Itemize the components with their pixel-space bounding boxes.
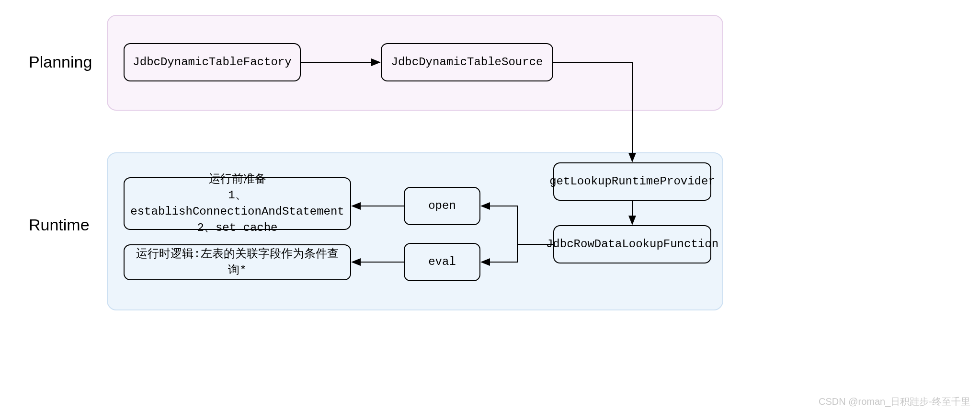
node-eval-desc: 运行时逻辑:左表的关联字段作为条件查询* — [124, 244, 351, 280]
node-factory: JdbcDynamicTableFactory — [124, 43, 301, 81]
node-lookup-fn-label: JdbcRowDataLookupFunction — [546, 236, 718, 252]
node-factory-label: JdbcDynamicTableFactory — [133, 54, 291, 70]
open-desc-line1: 运行前准备 — [209, 172, 266, 188]
node-source-label: JdbcDynamicTableSource — [391, 54, 543, 70]
node-lookup-fn: JdbcRowDataLookupFunction — [553, 225, 711, 263]
node-open: open — [404, 187, 480, 225]
open-desc-line2: 1、establishConnectionAndStatement — [130, 187, 344, 219]
runtime-label: Runtime — [29, 216, 90, 234]
node-eval: eval — [404, 243, 480, 281]
node-open-label: open — [428, 198, 456, 214]
watermark: CSDN @roman_日积跬步-终至千里 — [819, 395, 970, 408]
node-eval-label: eval — [428, 254, 456, 270]
node-open-desc: 运行前准备 1、establishConnectionAndStatement … — [124, 177, 351, 230]
open-desc-line3: 2、set cache — [197, 220, 277, 236]
planning-label: Planning — [29, 53, 92, 71]
eval-desc-label: 运行时逻辑:左表的关联字段作为条件查询* — [132, 246, 342, 278]
node-provider-label: getLookupRuntimeProvider — [549, 173, 715, 190]
node-source: JdbcDynamicTableSource — [381, 43, 553, 81]
node-provider: getLookupRuntimeProvider — [553, 162, 711, 201]
